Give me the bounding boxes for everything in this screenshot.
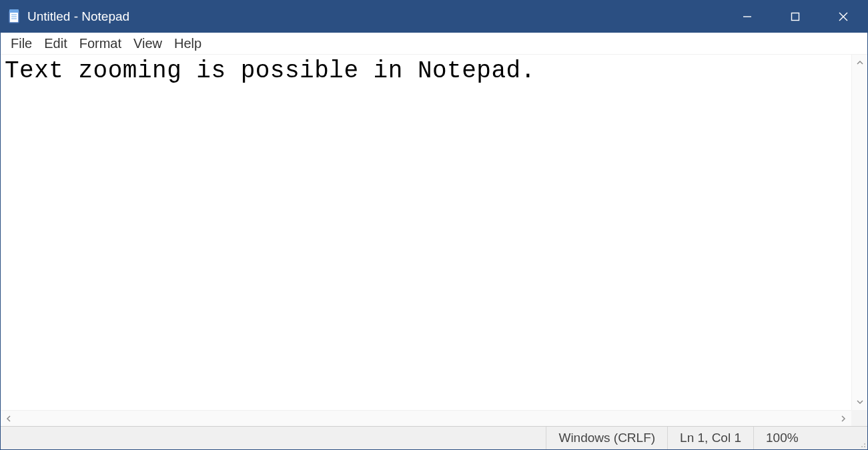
vertical-scrollbar[interactable] xyxy=(851,55,867,410)
status-line-ending: Windows (CRLF) xyxy=(546,427,668,449)
horizontal-scrollbar[interactable] xyxy=(1,410,851,426)
svg-point-10 xyxy=(861,446,863,447)
window-controls xyxy=(723,1,867,33)
svg-point-9 xyxy=(864,446,865,447)
status-cursor-position: Ln 1, Col 1 xyxy=(668,427,754,449)
window-title: Untitled - Notepad xyxy=(27,9,129,24)
text-editor[interactable]: Text zooming is possible in Notepad. xyxy=(5,57,849,410)
menu-view[interactable]: View xyxy=(127,35,168,53)
scroll-up-arrow-icon[interactable] xyxy=(852,55,867,71)
svg-rect-1 xyxy=(9,9,19,13)
titlebar[interactable]: Untitled - Notepad xyxy=(1,1,867,33)
svg-point-11 xyxy=(864,443,865,445)
maximize-button[interactable] xyxy=(771,1,819,33)
svg-rect-6 xyxy=(792,13,799,21)
statusbar: Windows (CRLF) Ln 1, Col 1 100% xyxy=(1,426,867,449)
minimize-button[interactable] xyxy=(723,1,771,33)
resize-grip-icon[interactable] xyxy=(854,427,867,449)
scroll-left-arrow-icon[interactable] xyxy=(1,411,17,426)
notepad-icon xyxy=(7,9,22,25)
close-button[interactable] xyxy=(819,1,867,33)
menu-help[interactable]: Help xyxy=(168,35,207,53)
notepad-window: Untitled - Notepad File Edit Format View… xyxy=(0,0,868,450)
menu-file[interactable]: File xyxy=(5,35,38,53)
menu-format[interactable]: Format xyxy=(73,35,127,53)
scroll-right-arrow-icon[interactable] xyxy=(835,411,851,426)
editor-area: Text zooming is possible in Notepad. xyxy=(1,55,867,426)
menu-edit[interactable]: Edit xyxy=(38,35,73,53)
status-zoom: 100% xyxy=(754,427,854,449)
scroll-corner xyxy=(851,410,867,426)
menubar: File Edit Format View Help xyxy=(1,33,867,55)
scroll-down-arrow-icon[interactable] xyxy=(852,394,867,410)
status-spacer xyxy=(1,427,546,449)
